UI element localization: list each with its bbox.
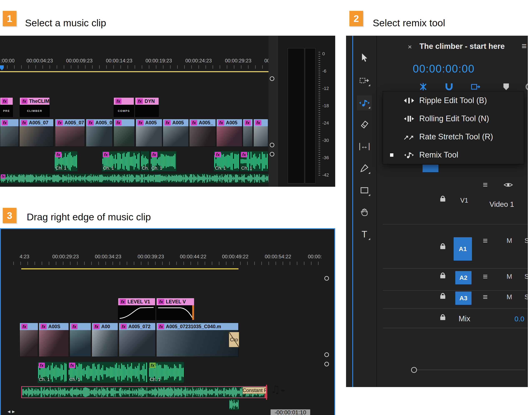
scrollbar-knob[interactable] [411, 367, 417, 373]
mix-volume-value[interactable]: 0.0 [514, 315, 524, 323]
track-select-tool[interactable] [357, 73, 372, 88]
transition-label: Constant P [243, 387, 267, 393]
video-clip[interactable]: fxA00S [39, 323, 69, 357]
lock-icon[interactable] [440, 198, 445, 202]
menu-item-rate-stretch[interactable]: Rate Stretch Tool (R) [383, 128, 524, 146]
timeline-ruler[interactable] [0, 65, 269, 69]
track-label-v1[interactable]: V1 [460, 197, 468, 204]
mute-button[interactable]: M [507, 293, 512, 301]
video-clip[interactable]: fxLEVEL V [156, 298, 194, 320]
nest-sequence-icon[interactable] [470, 82, 481, 92]
audio-clip[interactable]: fx Ch. 1 [240, 151, 268, 171]
horizontal-scrollbar[interactable] [415, 369, 525, 370]
video-clip[interactable]: fx [243, 119, 253, 147]
video-clip[interactable]: fxA00 [92, 323, 118, 357]
type-tool[interactable]: T [357, 227, 372, 242]
track-target-a1[interactable]: A1 [454, 237, 472, 261]
audio-clip[interactable]: fx Ch. 1 [214, 151, 239, 171]
track-settings-icon[interactable]: ≡ [483, 293, 488, 301]
crossfade-transition[interactable]: Cro [229, 332, 239, 347]
selection-tool[interactable] [357, 50, 372, 65]
menu-item-ripple-edit[interactable]: Ripple Edit Tool (B) [383, 91, 524, 109]
lock-icon[interactable] [440, 246, 445, 249]
type-tool-icon: T [362, 229, 367, 239]
menu-item-rolling-edit[interactable]: Rolling Edit Tool (N) [383, 109, 524, 128]
scrollbar-knob[interactable] [324, 352, 329, 357]
scrollbar-knob[interactable] [324, 276, 329, 281]
solo-button[interactable]: S [524, 293, 528, 301]
music-clip-selected[interactable] [21, 386, 267, 398]
audio-clip[interactable]: fx Ch. 1 [38, 362, 67, 383]
playhead-marker[interactable] [0, 65, 4, 70]
mute-button[interactable]: M [507, 273, 512, 280]
video-clip[interactable]: fx [19, 323, 38, 357]
scrollbar-knob[interactable] [270, 143, 274, 147]
add-marker-icon[interactable] [501, 82, 512, 92]
pen-tool[interactable] [357, 161, 372, 176]
timecode-display[interactable]: 00:00:00:00 [413, 62, 475, 75]
video-clip[interactable]: fx COMPS [114, 98, 134, 117]
meter-scale-label: -42 [322, 172, 329, 178]
close-tab-button[interactable]: × [408, 43, 412, 51]
scrollbar-knob[interactable] [270, 76, 274, 81]
video-clip[interactable]: fxTheCLIM CLIMBER [19, 98, 50, 117]
scrollbar-knob[interactable] [324, 362, 329, 366]
audio-clip[interactable]: fx Ch. 1 [54, 151, 77, 171]
video-clip[interactable]: fxA005 [216, 119, 242, 147]
audio-clip[interactable]: fx Ch. 1 [150, 151, 177, 171]
video-clip[interactable]: fxA005_07 [55, 119, 85, 147]
settings-wrench-icon[interactable] [524, 82, 528, 92]
panel-menu-icon[interactable]: ≡ [522, 41, 527, 51]
slip-tool[interactable]: |↔| [357, 138, 372, 154]
video-clip[interactable]: fxA005_072 [119, 323, 155, 357]
track-settings-icon[interactable]: ≡ [483, 272, 488, 281]
lock-icon[interactable] [440, 295, 445, 299]
video-clip[interactable]: fx [0, 119, 19, 147]
video-clip[interactable]: fxLEVEL V1 [118, 298, 155, 320]
track-name-video1[interactable]: Video 1 [489, 200, 514, 208]
timeline-ruler[interactable] [13, 262, 322, 265]
video-clip[interactable]: fx [70, 323, 91, 357]
work-area-bar[interactable] [0, 71, 269, 72]
track-settings-icon[interactable]: ≡ [483, 237, 488, 245]
mute-button[interactable]: M [507, 237, 512, 245]
lock-icon[interactable] [440, 275, 445, 278]
audio-clip[interactable]: Ch. 1 [141, 151, 150, 171]
snap-icon[interactable] [444, 82, 455, 92]
menu-item-remix-tool[interactable]: Remix Tool [383, 146, 524, 164]
solo-button[interactable]: S [524, 273, 528, 280]
work-area-bar[interactable] [21, 268, 238, 269]
audio-clip[interactable]: fx Ch. 1 [148, 362, 184, 383]
video-clip[interactable]: fxA005_ [189, 119, 216, 147]
track-settings-icon[interactable]: ≡ [483, 180, 488, 189]
linked-selection-icon[interactable] [418, 82, 429, 92]
audio-clip-fragment[interactable] [229, 399, 239, 410]
source-patch-indicator[interactable] [423, 165, 438, 172]
lock-icon[interactable] [440, 316, 445, 320]
razor-tool[interactable] [357, 117, 372, 132]
video-clip[interactable]: fxDYN [135, 98, 159, 117]
audio-clip[interactable]: fx Ch. 1 [68, 362, 148, 383]
audio-channel-label: Ch. 1 [39, 377, 50, 382]
video-clip[interactable]: fx [114, 119, 135, 147]
scrollbar-knob[interactable] [270, 152, 274, 157]
vertical-scrollbar[interactable] [268, 36, 278, 187]
video-clip[interactable]: fx [254, 119, 268, 147]
video-clip[interactable]: fxA005_0 [86, 119, 113, 147]
eye-icon[interactable] [504, 182, 513, 189]
track-target-a2[interactable]: A2 [455, 271, 472, 284]
solo-button[interactable]: S [524, 237, 528, 245]
track-target-a3[interactable]: A3 [455, 291, 472, 305]
video-clip[interactable]: fx PRE [0, 98, 13, 117]
video-clip[interactable]: fxA005 [136, 119, 162, 147]
rectangle-tool[interactable] [357, 183, 372, 198]
remix-tool-active[interactable] [357, 95, 372, 110]
music-clip[interactable]: fx [0, 174, 269, 183]
video-clip[interactable]: fxA005_07231035_C040.m [156, 323, 238, 357]
audio-clip[interactable]: fx Ch. 1 [102, 151, 140, 171]
hand-tool[interactable] [357, 205, 372, 220]
trim-edge-indicator[interactable] [266, 385, 267, 400]
audio-transition[interactable]: Constant P [243, 387, 267, 394]
video-clip[interactable]: fxA005_07 [19, 119, 54, 147]
video-clip[interactable]: fxA005 [163, 119, 189, 147]
